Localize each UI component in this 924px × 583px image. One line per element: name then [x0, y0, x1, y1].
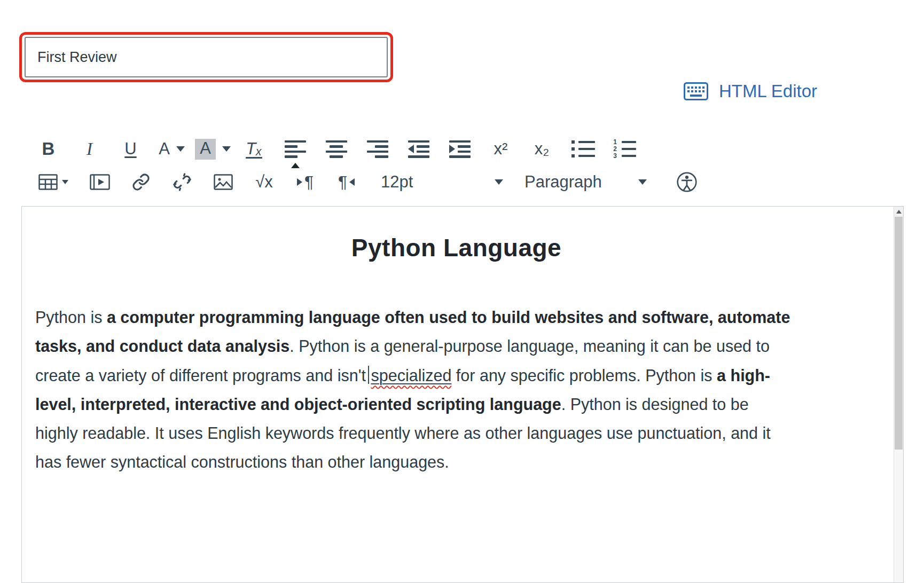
unlink-icon — [173, 173, 191, 191]
scrollbar-up-button[interactable] — [894, 207, 903, 217]
html-editor-link[interactable]: HTML Editor — [684, 81, 817, 101]
document-heading: Python Language — [35, 233, 878, 262]
paragraph-format-value: Paragraph — [524, 172, 602, 192]
image-button[interactable] — [202, 167, 244, 197]
media-button[interactable] — [79, 167, 120, 197]
chevron-down-icon — [638, 179, 647, 185]
numbered-list-button[interactable] — [604, 134, 645, 164]
align-center-button[interactable] — [316, 134, 357, 164]
paragraph-format-dropdown[interactable]: Paragraph — [518, 167, 654, 197]
rce-toolbar: B I U A A Tₓ — [28, 132, 707, 199]
background-color-button[interactable]: A — [192, 134, 233, 164]
bullet-list-icon — [571, 140, 595, 157]
unlink-button[interactable] — [161, 167, 202, 197]
align-right-button[interactable] — [357, 134, 398, 164]
background-color-icon: A — [195, 139, 216, 160]
arrow-left-icon — [349, 178, 355, 186]
bullet-list-button[interactable] — [562, 134, 604, 164]
html-editor-label: HTML Editor — [719, 81, 817, 101]
scrollbar-thumb[interactable] — [895, 217, 903, 450]
table-icon — [38, 174, 58, 190]
italic-icon: I — [87, 139, 92, 159]
arrow-up-icon — [896, 210, 902, 214]
rich-text-editor-body[interactable]: Python Language Python is a computer pro… — [21, 206, 904, 583]
editor-content[interactable]: Python Language Python is a computer pro… — [22, 207, 894, 582]
arrow-right-icon — [297, 178, 302, 186]
text-color-button[interactable]: A — [151, 134, 192, 164]
toolbar-row-1: B I U A A Tₓ — [28, 132, 707, 166]
pilcrow-icon: ¶ — [304, 172, 314, 192]
text-segment: Python is — [35, 308, 107, 326]
editor-scrollbar[interactable] — [894, 207, 903, 582]
outdent-icon — [408, 140, 429, 158]
chevron-down-icon — [62, 180, 68, 184]
bold-button[interactable]: B — [28, 134, 69, 164]
link-button[interactable] — [120, 167, 161, 197]
indent-icon — [449, 140, 471, 158]
superscript-icon: x² — [494, 139, 508, 159]
keyboard-icon — [684, 82, 708, 100]
annotation-highlight — [19, 32, 393, 82]
link-icon — [132, 173, 150, 191]
align-right-icon — [367, 140, 388, 158]
equation-button[interactable]: √x — [244, 167, 285, 197]
subscript-button[interactable]: x₂ — [521, 134, 562, 164]
superscript-button[interactable]: x² — [480, 134, 521, 164]
pilcrow-icon: ¶ — [338, 172, 347, 192]
align-left-button[interactable] — [275, 134, 316, 164]
image-icon — [214, 174, 233, 190]
font-size-dropdown[interactable]: 12pt — [374, 167, 511, 197]
underline-button[interactable]: U — [110, 134, 151, 164]
align-center-icon — [326, 140, 347, 158]
accessibility-checker-button[interactable] — [666, 167, 707, 197]
toolbar-row-2: √x ¶ ¶ 12pt Paragraph — [28, 166, 707, 199]
text-cursor — [368, 366, 370, 384]
right-to-left-button[interactable]: ¶ — [326, 167, 367, 197]
align-left-icon — [285, 140, 306, 158]
outdent-button[interactable] — [398, 134, 439, 164]
clear-formatting-button[interactable]: Tₓ — [233, 134, 275, 164]
indent-button[interactable] — [439, 134, 480, 164]
font-size-value: 12pt — [381, 172, 413, 192]
table-button[interactable] — [28, 167, 79, 197]
accessibility-icon — [676, 171, 698, 193]
bold-icon: B — [42, 139, 55, 159]
italic-button[interactable]: I — [69, 134, 110, 164]
clear-formatting-icon: Tₓ — [246, 139, 262, 159]
equation-icon: √x — [255, 172, 273, 192]
title-input[interactable] — [25, 37, 388, 77]
misspelled-word: specialized — [371, 366, 451, 384]
subscript-icon: x₂ — [535, 139, 550, 159]
chevron-down-icon — [176, 146, 185, 152]
underline-icon: U — [124, 139, 136, 159]
document-paragraph: Python is a computer programming languag… — [35, 303, 794, 477]
media-icon — [90, 174, 110, 190]
chevron-down-icon — [495, 179, 503, 185]
left-to-right-button[interactable]: ¶ — [285, 167, 326, 197]
text-segment: for any specific problems. Python is — [451, 366, 717, 384]
chevron-down-icon — [222, 146, 231, 152]
numbered-list-icon — [613, 140, 636, 157]
text-color-icon: A — [159, 139, 170, 159]
